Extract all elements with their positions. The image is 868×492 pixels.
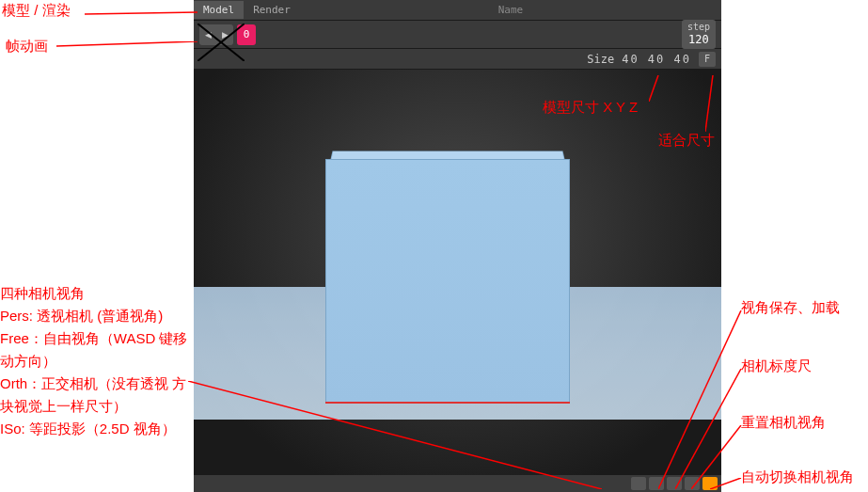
frame-prev-button[interactable]: ◀ bbox=[199, 24, 216, 45]
step-value: 120 bbox=[687, 33, 710, 46]
camera-mode-icon[interactable] bbox=[631, 477, 646, 490]
anno-camera-modes: 四种相机视角 Pers: 透视相机 (普通视角) Free：自由视角（WASD … bbox=[0, 282, 193, 440]
model-cube bbox=[325, 159, 570, 404]
tab-model[interactable]: Model bbox=[194, 1, 244, 19]
anno-auto-switch: 自动切换相机视角 bbox=[741, 468, 854, 486]
anno-model-render: 模型 / 渲染 bbox=[2, 2, 71, 20]
step-box[interactable]: step 120 bbox=[682, 20, 716, 48]
svg-line-4 bbox=[649, 75, 658, 102]
svg-line-10 bbox=[710, 478, 741, 489]
anno-frame-anim: 帧动画 bbox=[6, 38, 48, 56]
svg-line-6 bbox=[188, 381, 602, 489]
step-label: step bbox=[687, 22, 710, 33]
svg-line-1 bbox=[56, 41, 197, 46]
size-label: Size bbox=[587, 53, 614, 66]
anno-camera-scale: 相机标度尺 bbox=[741, 357, 812, 375]
size-values[interactable]: 40 40 40 bbox=[622, 53, 691, 66]
tab-render[interactable]: Render bbox=[244, 1, 300, 19]
tab-name-label: Name bbox=[300, 4, 721, 16]
svg-line-0 bbox=[85, 12, 197, 14]
anno-view-save: 视角保存、加载 bbox=[741, 299, 840, 317]
frame-nav: ◀ ▶ bbox=[199, 24, 233, 45]
size-bar: Size 40 40 40 F bbox=[194, 49, 721, 70]
anno-reset-camera: 重置相机视角 bbox=[741, 414, 826, 432]
frame-bar: ◀ ▶ 0 step 120 bbox=[194, 21, 721, 49]
frame-next-button[interactable]: ▶ bbox=[216, 24, 233, 45]
fit-button[interactable]: F bbox=[699, 52, 716, 67]
anno-size-xyz: 模型尺寸 X Y Z bbox=[543, 99, 638, 117]
tab-bar: Model Render Name bbox=[194, 0, 721, 21]
svg-line-5 bbox=[705, 75, 713, 132]
anno-fit-size: 适合尺寸 bbox=[658, 132, 715, 150]
frame-number[interactable]: 0 bbox=[237, 24, 256, 45]
